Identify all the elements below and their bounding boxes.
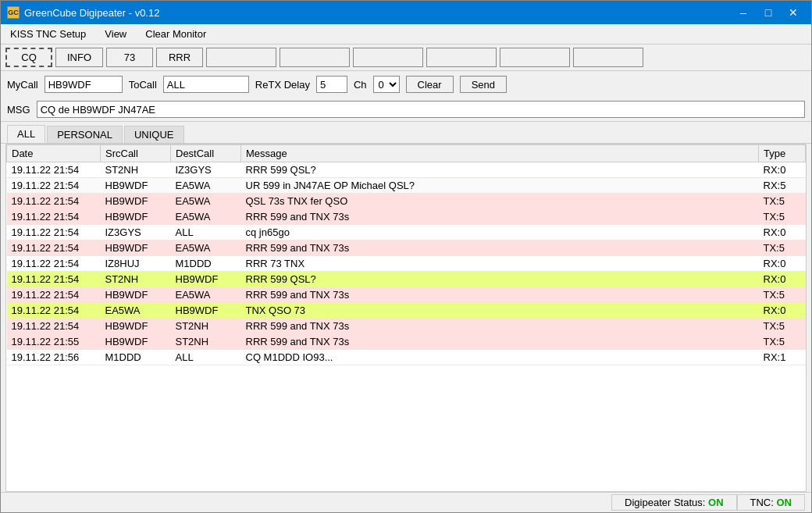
cell-message: RRR 599 and TNX 73s <box>241 334 759 350</box>
menu-kiss-tnc-setup[interactable]: KISS TNC Setup <box>7 27 89 41</box>
digipeater-status-label: Digipeater Status: <box>625 497 705 508</box>
menu-view[interactable]: View <box>102 27 130 41</box>
cell-destcall: EA5WA <box>171 287 241 303</box>
cell-type: RX:0 <box>759 272 806 287</box>
cell-message: cq jn65go <box>241 225 759 240</box>
cell-message: RRR 599 and TNX 73s <box>241 240 759 256</box>
cell-destcall: HB9WDF <box>171 303 241 319</box>
toolbar-btn5[interactable] <box>206 48 276 67</box>
cell-date: 19.11.22 21:54 <box>7 178 101 194</box>
cell-date: 19.11.22 21:55 <box>7 334 101 350</box>
msg-input[interactable] <box>37 101 805 118</box>
cell-srccall: M1DDD <box>101 350 171 365</box>
msg-row: MSG <box>1 98 811 122</box>
tab-unique[interactable]: UNIQUE <box>124 126 184 143</box>
toolbar-rrr-button[interactable]: RRR <box>156 48 203 67</box>
cell-destcall: IZ3GYS <box>171 162 241 178</box>
tab-all[interactable]: ALL <box>7 125 45 143</box>
ch-label: Ch <box>354 79 367 91</box>
cell-date: 19.11.22 21:54 <box>7 303 101 319</box>
mycall-label: MyCall <box>7 79 38 91</box>
tab-personal[interactable]: PERSONAL <box>47 126 123 143</box>
cell-date: 19.11.22 21:54 <box>7 209 101 225</box>
toolbar-btn8[interactable] <box>426 48 497 67</box>
cell-destcall: ST2NH <box>171 319 241 334</box>
toolbar-info-button[interactable]: INFO <box>55 48 103 67</box>
toolbar-btn10[interactable] <box>573 48 643 67</box>
toolbar-btn6[interactable] <box>280 48 350 67</box>
tocall-input[interactable] <box>163 76 249 93</box>
msg-label: MSG <box>7 104 30 116</box>
cell-date: 19.11.22 21:54 <box>7 256 101 272</box>
cell-type: TX:5 <box>759 287 806 303</box>
maximize-button[interactable]: □ <box>757 4 780 21</box>
table-row[interactable]: 19.11.22 21:55HB9WDFST2NHRRR 599 and TNX… <box>7 334 806 350</box>
retx-label: ReTX Delay <box>255 79 310 91</box>
cell-type: RX:0 <box>759 225 806 240</box>
cell-date: 19.11.22 21:54 <box>7 319 101 334</box>
tocall-label: ToCall <box>129 79 157 91</box>
table-row[interactable]: 19.11.22 21:54HB9WDFEA5WARRR 599 and TNX… <box>7 287 806 303</box>
cell-srccall: EA5WA <box>101 303 171 319</box>
table-row[interactable]: 19.11.22 21:54IZ3GYSALLcq jn65goRX:0 <box>7 225 806 240</box>
cell-date: 19.11.22 21:54 <box>7 240 101 256</box>
toolbar-cq-button[interactable]: CQ <box>5 48 52 67</box>
ch-select[interactable]: 0 1 2 3 <box>373 76 400 93</box>
cell-date: 19.11.22 21:54 <box>7 225 101 240</box>
cell-message: TNX QSO 73 <box>241 303 759 319</box>
minimize-button[interactable]: – <box>732 4 755 21</box>
window-title: GreenCube Digipeater - v0.12 <box>24 7 159 19</box>
cell-srccall: HB9WDF <box>101 178 171 194</box>
cell-message: RRR 599 and TNX 73s <box>241 287 759 303</box>
main-window: GC GreenCube Digipeater - v0.12 – □ ✕ KI… <box>0 0 812 513</box>
table-row[interactable]: 19.11.22 21:54HB9WDFST2NHRRR 599 and TNX… <box>7 319 806 334</box>
cell-message: RRR 599 QSL? <box>241 272 759 287</box>
menu-bar: KISS TNC Setup View Clear Monitor <box>1 24 811 45</box>
table-row[interactable]: 19.11.22 21:54EA5WAHB9WDFTNX QSO 73RX:0 <box>7 303 806 319</box>
table-row[interactable]: 19.11.22 21:54HB9WDFEA5WARRR 599 and TNX… <box>7 209 806 225</box>
digipeater-status-value: ON <box>708 497 724 508</box>
send-button[interactable]: Send <box>460 76 507 93</box>
cell-destcall: EA5WA <box>171 240 241 256</box>
title-bar: GC GreenCube Digipeater - v0.12 – □ ✕ <box>1 1 811 24</box>
cell-date: 19.11.22 21:54 <box>7 287 101 303</box>
retx-input[interactable] <box>316 76 347 93</box>
cell-srccall: HB9WDF <box>101 194 171 209</box>
cell-message: RRR 599 and TNX 73s <box>241 209 759 225</box>
table-row[interactable]: 19.11.22 21:54HB9WDFEA5WAQSL 73s TNX fer… <box>7 194 806 209</box>
cell-message: CQ M1DDD IO93... <box>241 350 759 365</box>
cell-type: RX:5 <box>759 178 806 194</box>
clear-button[interactable]: Clear <box>406 76 454 93</box>
table-row[interactable]: 19.11.22 21:54HB9WDFEA5WARRR 599 and TNX… <box>7 240 806 256</box>
cell-srccall: ST2NH <box>101 162 171 178</box>
cell-date: 19.11.22 21:54 <box>7 194 101 209</box>
table-row[interactable]: 19.11.22 21:54IZ8HUJM1DDDRRR 73 TNXRX:0 <box>7 256 806 272</box>
status-bar: Digipeater Status: ON TNC: ON <box>1 492 811 512</box>
cell-type: TX:5 <box>759 194 806 209</box>
col-header-message: Message <box>241 145 759 162</box>
toolbar-btn9[interactable] <box>500 48 570 67</box>
table-row[interactable]: 19.11.22 21:54HB9WDFEA5WAUR 599 in JN47A… <box>7 178 806 194</box>
cell-type: RX:1 <box>759 350 806 365</box>
cell-destcall: EA5WA <box>171 194 241 209</box>
tnc-status-value: ON <box>777 497 792 508</box>
tnc-status-section: TNC: ON <box>737 494 805 511</box>
cell-type: TX:5 <box>759 319 806 334</box>
message-table-container: Date SrcCall DestCall Message Type 19.11… <box>5 144 807 492</box>
mycall-input[interactable] <box>45 76 123 93</box>
cell-srccall: IZ3GYS <box>101 225 171 240</box>
cell-message: RRR 599 QSL? <box>241 162 759 178</box>
menu-clear-monitor[interactable]: Clear Monitor <box>142 27 209 41</box>
config-form-row: MyCall ToCall ReTX Delay Ch 0 1 2 3 Clea… <box>1 71 811 98</box>
cell-srccall: ST2NH <box>101 272 171 287</box>
table-row[interactable]: 19.11.22 21:54ST2NHIZ3GYSRRR 599 QSL?RX:… <box>7 162 806 178</box>
cell-destcall: ST2NH <box>171 334 241 350</box>
toolbar-73-button[interactable]: 73 <box>106 48 153 67</box>
toolbar-btn7[interactable] <box>353 48 423 67</box>
cell-message: UR 599 in JN47AE OP Michael QSL? <box>241 178 759 194</box>
col-header-date: Date <box>7 145 101 162</box>
close-button[interactable]: ✕ <box>782 4 805 21</box>
table-row[interactable]: 19.11.22 21:54ST2NHHB9WDFRRR 599 QSL?RX:… <box>7 272 806 287</box>
cell-srccall: HB9WDF <box>101 319 171 334</box>
table-row[interactable]: 19.11.22 21:56M1DDDALLCQ M1DDD IO93...RX… <box>7 350 806 365</box>
